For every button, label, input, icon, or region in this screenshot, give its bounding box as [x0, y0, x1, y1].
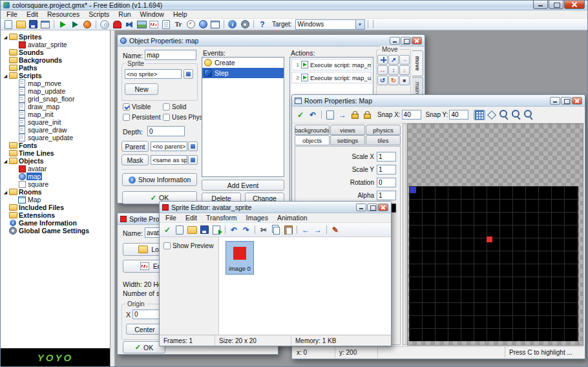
- object-properties-titlebar[interactable]: Object Properties: map: [118, 35, 425, 47]
- edit-image-icon[interactable]: ✎: [330, 225, 341, 235]
- new-image-icon[interactable]: [174, 225, 185, 235]
- tab-backgrounds[interactable]: backgrounds: [295, 125, 330, 135]
- tree-item-square-update[interactable]: square_update: [1, 134, 110, 142]
- cut-icon[interactable]: ✂: [258, 225, 269, 235]
- tree-item-square-init[interactable]: square_init: [1, 118, 110, 126]
- snap-y-input[interactable]: [449, 110, 468, 120]
- menu-resources[interactable]: Resources: [43, 10, 84, 18]
- lock-instances-icon[interactable]: [361, 110, 373, 120]
- commit-room-icon[interactable]: ✓: [295, 110, 306, 120]
- menu-help[interactable]: Help: [169, 10, 192, 18]
- parent-field[interactable]: <no parent>: [151, 142, 187, 151]
- tree-item-avatar-sprite[interactable]: avatar_sprite: [1, 41, 110, 48]
- create-sprite-icon[interactable]: [111, 19, 123, 30]
- spriteeditor-menu-file[interactable]: File: [161, 213, 181, 222]
- clear-room-icon[interactable]: [324, 110, 336, 120]
- stop-movement-icon[interactable]: ■: [399, 76, 410, 85]
- copy-icon[interactable]: [270, 225, 282, 235]
- zoom-in-icon[interactable]: [523, 110, 534, 120]
- frames-panel[interactable]: image 0: [219, 237, 391, 335]
- tree-item-map-move[interactable]: map_move: [1, 79, 110, 87]
- spriteeditor-menu-edit[interactable]: Edit: [181, 213, 202, 222]
- target-dropdown[interactable]: Windows ▼: [295, 19, 365, 30]
- tree-item-objects[interactable]: ◢Objects: [1, 157, 110, 165]
- zoom-out-icon[interactable]: [498, 110, 510, 120]
- close-button[interactable]: [412, 37, 422, 45]
- tree-item-included-files[interactable]: Included Files: [1, 204, 110, 211]
- next-image-icon[interactable]: →: [312, 225, 324, 235]
- room-properties-titlebar[interactable]: Room Properties: Map: [292, 95, 585, 107]
- expander-icon[interactable]: ◢: [3, 190, 8, 194]
- move-free-icon[interactable]: ↗: [388, 55, 399, 65]
- tree-item-extensions[interactable]: Extensions: [1, 211, 110, 219]
- tree-item-map[interactable]: map: [1, 173, 110, 180]
- tree-splitter[interactable]: [110, 30, 115, 366]
- sort-instances-icon[interactable]: [349, 110, 361, 120]
- tree-item-paths[interactable]: Paths: [1, 64, 110, 72]
- tree-item-backgrounds[interactable]: Backgrounds: [1, 56, 110, 64]
- maximize-button[interactable]: [561, 97, 571, 105]
- tree-item-draw-map[interactable]: draw_map: [1, 103, 110, 110]
- close-button[interactable]: [378, 204, 388, 211]
- tab-objects[interactable]: objects: [295, 135, 330, 145]
- save-project-icon[interactable]: [27, 19, 39, 30]
- spriteeditor-menu-transform[interactable]: Transform: [202, 213, 241, 222]
- set-gravity-icon[interactable]: ↓: [399, 65, 410, 75]
- create-font-icon[interactable]: Tr: [173, 19, 184, 30]
- scale-y-input[interactable]: [377, 165, 396, 174]
- parent-button[interactable]: Parent: [121, 141, 149, 152]
- create-path-icon[interactable]: [148, 19, 160, 30]
- minimize-button[interactable]: [550, 97, 560, 105]
- add-event-button[interactable]: Add Event: [202, 180, 284, 191]
- events-list[interactable]: CreateStep: [202, 57, 284, 177]
- uses-physics-checkbox[interactable]: [163, 114, 170, 121]
- show-information-button[interactable]: i Show Information: [122, 173, 197, 186]
- create-executable-icon[interactable]: [99, 19, 110, 30]
- rotation-input[interactable]: [377, 178, 396, 187]
- frame-thumbnail[interactable]: image 0: [226, 241, 254, 275]
- scale-x-input[interactable]: [377, 152, 396, 162]
- dropdown-arrow-icon[interactable]: ▼: [355, 20, 364, 29]
- undo-icon[interactable]: ↶: [307, 110, 319, 120]
- spriteeditor-menu-images[interactable]: Images: [241, 213, 272, 222]
- open-project-icon[interactable]: [15, 19, 26, 30]
- save-image-icon[interactable]: [198, 225, 210, 235]
- depth-input[interactable]: [147, 126, 185, 136]
- expander-icon[interactable]: ◢: [3, 74, 8, 78]
- create-sound-icon[interactable]: [123, 19, 135, 30]
- event-item-create[interactable]: Create: [202, 58, 284, 68]
- create-script-icon[interactable]: [160, 19, 172, 30]
- reverse-vertical-icon[interactable]: ↻: [388, 76, 399, 85]
- solid-checkbox[interactable]: [163, 103, 170, 110]
- tree-item-map-init[interactable]: map_init: [1, 110, 110, 118]
- speed-horizontal-icon[interactable]: ↔: [377, 65, 388, 75]
- close-button[interactable]: [564, 1, 585, 9]
- run-game-icon[interactable]: [57, 19, 68, 30]
- menu-window[interactable]: Window: [136, 10, 169, 18]
- tab-settings[interactable]: settings: [330, 135, 365, 145]
- snap-x-input[interactable]: [402, 110, 421, 120]
- menu-run[interactable]: Run: [114, 10, 135, 18]
- tree-item-time-lines[interactable]: Time Lines: [1, 149, 110, 157]
- new-project-icon[interactable]: [3, 19, 14, 30]
- show-preview-checkbox[interactable]: [163, 242, 171, 249]
- create-application-icon[interactable]: [39, 19, 51, 30]
- avatar-instance[interactable]: [487, 236, 492, 242]
- mask-field[interactable]: <same as sprite>: [151, 155, 187, 165]
- panel-splitter[interactable]: [403, 123, 406, 345]
- tree-item-fonts[interactable]: Fonts: [1, 142, 110, 149]
- spriteeditor-menu-animation[interactable]: Animation: [273, 213, 312, 222]
- persistent-checkbox[interactable]: [123, 114, 130, 121]
- parent-menu-button[interactable]: [188, 142, 198, 151]
- new-sprite-button[interactable]: New: [125, 83, 158, 95]
- tree-item-square-draw[interactable]: square_draw: [1, 126, 110, 134]
- visible-checkbox[interactable]: [123, 103, 130, 110]
- iso-grid-icon[interactable]: [486, 110, 498, 120]
- move-fixed-icon[interactable]: [377, 55, 388, 65]
- tree-item-sprites[interactable]: ◢Sprites: [1, 33, 110, 41]
- run-debug-icon[interactable]: [69, 19, 81, 30]
- import-image-icon[interactable]: [211, 225, 222, 235]
- paste-icon[interactable]: [282, 225, 294, 235]
- create-object-icon[interactable]: [197, 19, 209, 30]
- zoom-reset-icon[interactable]: [510, 110, 522, 120]
